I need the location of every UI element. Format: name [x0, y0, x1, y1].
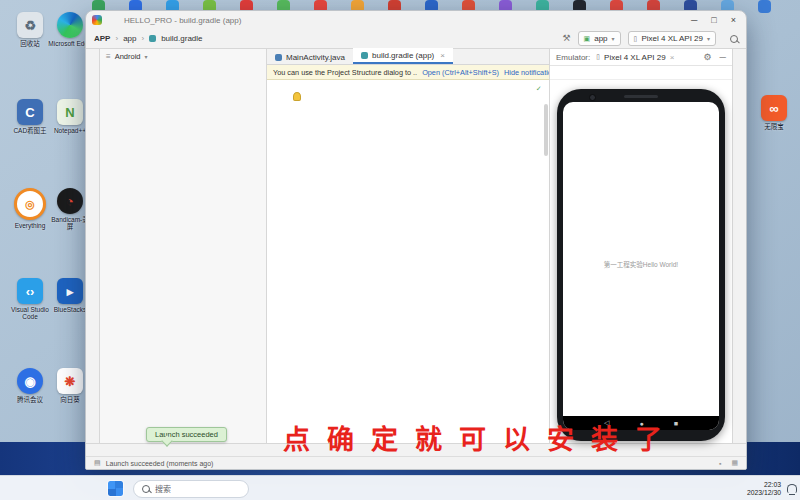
desktop-icon-everything[interactable]: ◎Everything	[8, 188, 52, 229]
tab-mainactivity[interactable]: MainActivity.java	[267, 50, 353, 64]
cad-viewer-icon: C	[17, 99, 43, 125]
emulator-panel: Emulator: ▯ Pixel 4 XL API 29 × ⚙ ─	[550, 49, 732, 443]
bandicam-icon: ◔	[57, 188, 83, 214]
windows-taskbar: 搜索 22:03 2023/12/30	[0, 475, 800, 500]
hello-world-text: 第一工程实验Hello World!	[563, 259, 719, 269]
phone-status-bar: 2:03 ▪ ◦ LTE ◢	[563, 102, 719, 114]
desktop-icon-wuxianbao[interactable]: ∞无限宝	[752, 95, 796, 130]
run-config-dropdown[interactable]: ▣ app▾	[578, 31, 621, 46]
launch-succeeded-balloon: Launch succeeded	[146, 427, 227, 442]
desktop-icon-label: Visual Studio Code	[8, 306, 52, 320]
intention-bulb-icon[interactable]	[293, 92, 301, 101]
desktop-icon-label: 回收站	[8, 40, 52, 47]
phone-camera	[589, 94, 596, 101]
emulator-stage: 2:03 ▪ ◦ LTE ◢ HELLO_PRO 第一工程实验Hello Wor…	[550, 80, 732, 443]
editor-scrollbar[interactable]	[544, 104, 548, 156]
gradle-file-icon	[361, 52, 368, 59]
status-bar: ▤ Launch succeeded (moments ago) ▪ ▦	[86, 456, 746, 469]
breadcrumb-module[interactable]: app	[123, 34, 136, 43]
desktop-icon-label: 无限宝	[752, 123, 796, 130]
chevron-icon: ›	[115, 34, 118, 43]
code-area[interactable]: ✓	[267, 80, 549, 443]
phone-screen[interactable]: 2:03 ▪ ◦ LTE ◢ HELLO_PRO 第一工程实验Hello Wor…	[563, 102, 719, 430]
android-studio-window: HELLO_PRO - build.gradle (app) ─ □ × APP…	[85, 10, 747, 470]
sunlogin-icon: ❋	[57, 368, 83, 394]
notepad-plus-plus-icon: N	[57, 99, 83, 125]
inspection-ok-icon: ✓	[536, 84, 541, 93]
microsoft-edge-icon	[57, 12, 83, 38]
android-studio-logo-icon	[92, 15, 102, 25]
phone-speaker	[624, 95, 658, 98]
visual-studio-code-icon: ‹›	[17, 278, 43, 304]
gradle-file-icon	[149, 35, 156, 42]
wuxianbao-icon: ∞	[761, 95, 787, 121]
project-view-icon[interactable]: ≡	[106, 52, 111, 61]
project-view-selector[interactable]: Android	[115, 52, 141, 61]
project-panel: ≡ Android ▾	[100, 49, 267, 443]
lock-icon[interactable]: ▪	[719, 460, 721, 467]
emulator-device-tab[interactable]: ▯ Pixel 4 XL API 29 ×	[596, 53, 674, 62]
search-icon	[142, 485, 150, 493]
breadcrumb-project[interactable]: APP	[94, 34, 110, 43]
taskbar-clock[interactable]: 22:03 2023/12/30	[747, 481, 781, 497]
desktop-top-icon[interactable]	[758, 0, 771, 13]
maximize-button[interactable]: □	[711, 15, 716, 25]
title-bar: HELLO_PRO - build.gradle (app) ─ □ ×	[86, 11, 746, 29]
recycle-bin-icon: ♻	[17, 12, 43, 38]
desktop-icon-label: 腾讯会议	[8, 396, 52, 403]
chevron-down-icon: ▾	[145, 53, 148, 60]
start-button[interactable]	[108, 481, 123, 496]
notification-bar: You can use the Project Structure dialog…	[267, 65, 549, 80]
java-class-icon	[275, 54, 282, 61]
hide-panel-icon[interactable]: ─	[720, 52, 726, 62]
desktop-icon-cad-viewer[interactable]: CCAD看图王	[8, 99, 52, 134]
desktop-icon-tencent-meeting[interactable]: ◉腾讯会议	[8, 368, 52, 403]
status-message: Launch succeeded (moments ago)	[106, 460, 214, 467]
open-project-structure-link[interactable]: Open (Ctrl+Alt+Shift+S)	[422, 68, 499, 77]
search-icon[interactable]	[730, 35, 738, 43]
close-button[interactable]: ×	[731, 15, 736, 25]
desktop-icon-recycle-bin[interactable]: ♻回收站	[8, 12, 52, 47]
chevron-icon: ›	[141, 34, 144, 43]
emulator-label: Emulator:	[556, 53, 590, 62]
phone-device[interactable]: 2:03 ▪ ◦ LTE ◢ HELLO_PRO 第一工程实验Hello Wor…	[557, 89, 725, 441]
close-tab-icon[interactable]: ×	[440, 51, 445, 60]
indicator-icon[interactable]: ▦	[731, 459, 738, 467]
gear-icon[interactable]: ⚙	[704, 52, 712, 62]
battery-icon	[708, 105, 712, 112]
device-dropdown[interactable]: ▯ Pixel 4 XL API 29▾	[628, 31, 716, 46]
emulator-toolbar	[550, 66, 732, 80]
left-tool-strip	[86, 49, 100, 443]
bluestacks-icon: ▸	[57, 278, 83, 304]
annotation-overlay-text: 点确定就可以安装了	[283, 418, 679, 457]
app-bar: HELLO_PRO	[563, 114, 719, 136]
taskbar-search[interactable]: 搜索	[133, 480, 249, 498]
phone-icon: ▯	[596, 53, 600, 61]
desktop-icon-label: Everything	[8, 222, 52, 229]
desktop-icon-label: CAD看图王	[8, 127, 52, 134]
project-tree	[100, 64, 266, 443]
tab-build-gradle[interactable]: build.gradle (app) ×	[353, 48, 453, 64]
window-title: HELLO_PRO - build.gradle (app)	[124, 16, 683, 25]
everything-icon: ◎	[14, 188, 46, 220]
editor: MainActivity.java build.gradle (app) × Y…	[267, 49, 550, 443]
breadcrumb: APP › app › build.gradle	[94, 34, 203, 43]
breadcrumb-file[interactable]: build.gradle	[161, 34, 202, 43]
hammer-icon[interactable]: ⚒	[563, 34, 571, 43]
notification-bell-icon[interactable]	[787, 484, 797, 493]
close-icon[interactable]: ×	[670, 53, 675, 62]
main-toolbar: APP › app › build.gradle ⚒ ▣ app▾ ▯ Pixe…	[86, 29, 746, 49]
right-tool-strip	[732, 49, 746, 443]
status-icon: ▤	[94, 459, 101, 467]
tencent-meeting-icon: ◉	[17, 368, 43, 394]
desktop-icon-visual-studio-code[interactable]: ‹›Visual Studio Code	[8, 278, 52, 320]
hide-notification-link[interactable]: Hide notification	[504, 68, 549, 77]
minimize-button[interactable]: ─	[691, 15, 697, 25]
